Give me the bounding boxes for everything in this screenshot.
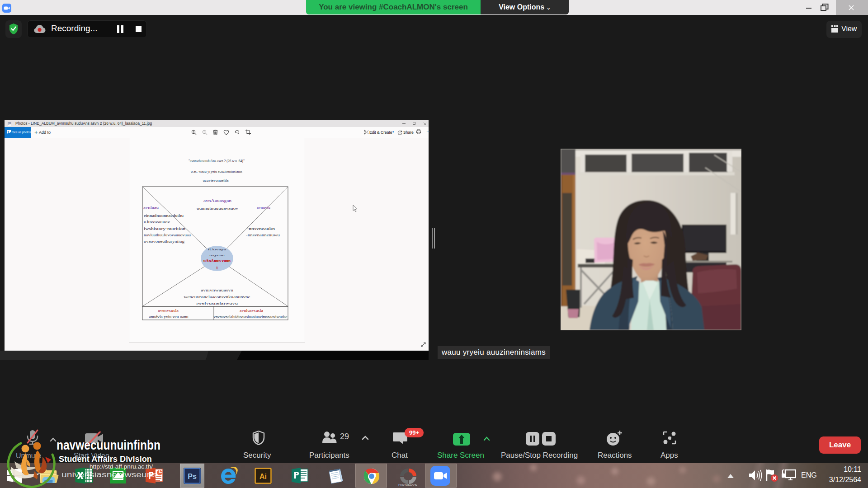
- svg-text:http://std-aff.pnru.ac.th/: http://std-aff.pnru.ac.th/: [90, 463, 153, 470]
- svg-text:PHOTOSCAPE: PHOTOSCAPE: [398, 483, 417, 486]
- svg-text:-nnsvnannenuwu: -nnsvnannenuwu: [246, 233, 280, 237]
- svg-text:avnlaau: avnlaau: [143, 206, 159, 210]
- svg-text:iwshistory-nutrition: iwshistory-nutrition: [144, 227, 185, 231]
- svg-text:iwelvusnelaiwuvu: iwelvusnelaiwuvu: [196, 301, 238, 305]
- svg-text:novluuthuuJuvovauuovuau: novluuthuuJuvovauuovuau: [144, 233, 191, 237]
- svg-text:Ps: Ps: [188, 473, 197, 480]
- svg-text:-nnsvneaukn: -nnsvneaukn: [247, 227, 275, 231]
- svg-text:uJuvovauuov: uJuvovauuov: [144, 220, 170, 224]
- svg-text:Ai: Ai: [259, 473, 267, 480]
- svg-text:einnadnoonnacduthu: einnadnoonnacduthu: [144, 214, 184, 218]
- svg-text:ounnutnuuuuavauov: ounnutnuuuuavauov: [197, 206, 238, 211]
- svg-text:vnvnuvnelaluiduvuasluaoiuovims: vnvnuvnelaluiduvuasluaoiuovimsnaoviseuda…: [214, 315, 288, 319]
- svg-text:ovaovoneuthuryniiog: ovaovoneuthuryniiog: [144, 239, 184, 244]
- svg-text:anudvla yviu veu oanu: anudvla yviu veu oanu: [149, 315, 189, 319]
- svg-text:univensiasneniwseuns: univensiasneniwseuns: [61, 470, 157, 479]
- svg-text:o.as. wauu yryeiu acuzineninsi: o.as. wauu yryeiu acuzineninsiams: [191, 169, 242, 174]
- svg-text:avnivnwauasvn: avnivnwauasvn: [201, 288, 233, 292]
- svg-text:avnAauasgan: avnAauasgan: [203, 199, 231, 203]
- svg-text:iUuvaya: iUuvaya: [208, 248, 227, 251]
- svg-text:Student Affairs Division: Student Affairs Division: [59, 455, 152, 464]
- svg-text:avnuviu: avnuviu: [257, 206, 270, 210]
- svg-text:avenvsusla: avenvsusla: [158, 309, 179, 313]
- svg-text:navwecuunuinfinbn: navwecuunuinfinbn: [57, 438, 160, 452]
- svg-text:"avnnsthusuuduAns asvn 2 (26 w: "avnnsthusuuduAns asvn 2 (26 w.u. 64)": [189, 159, 245, 163]
- svg-text:avnluavsusla: avnluavsusla: [240, 309, 264, 313]
- svg-text:ucuvievonuehla: ucuvievonuehla: [203, 178, 229, 183]
- svg-text:1: 1: [216, 266, 218, 270]
- svg-text:weneuvnsnelaaeonsvnkuanunvne: weneuvnsnelaaeonsvnkuanunvne: [184, 295, 251, 299]
- svg-text:uAnAnun vuun: uAnAnun vuun: [203, 259, 231, 263]
- svg-text:nayuau: nayuau: [209, 253, 225, 257]
